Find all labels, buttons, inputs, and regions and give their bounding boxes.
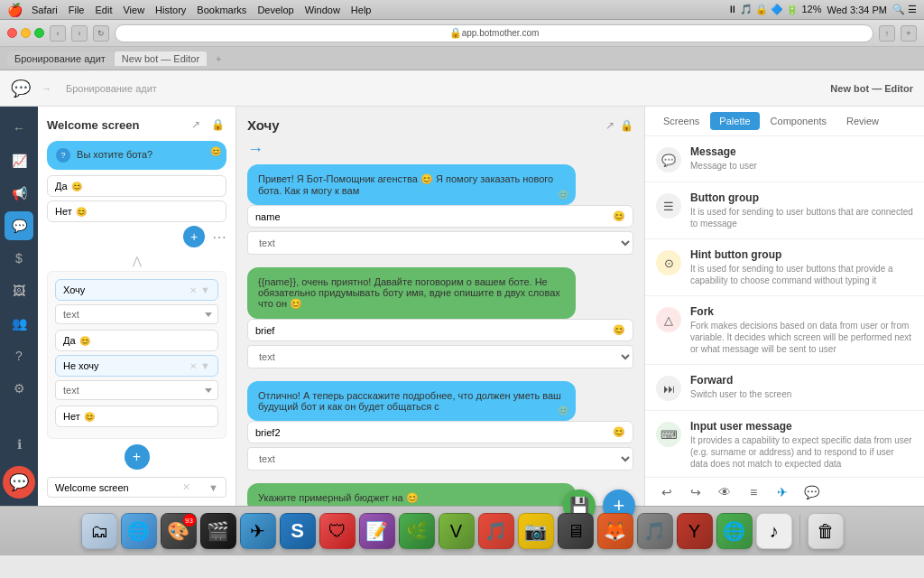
add-fork-button[interactable]: +: [125, 444, 150, 470]
brief-emoji[interactable]: 😊: [613, 324, 625, 336]
close-button[interactable]: [7, 28, 17, 38]
dock-photoshop[interactable]: 🎨 93: [161, 513, 197, 549]
net-emoji[interactable]: 😊: [84, 412, 95, 422]
window-controls[interactable]: [7, 28, 44, 38]
bubble-2-emoji[interactable]: 😊: [558, 406, 568, 415]
preview-button[interactable]: 👁: [714, 481, 735, 503]
palette-message[interactable]: 💬 Message Message to user: [645, 136, 924, 182]
dock-music-app[interactable]: 🎵: [478, 513, 514, 549]
green-bubble-1-emoji[interactable]: 😊: [290, 298, 302, 309]
ne-hochu-select[interactable]: text: [55, 380, 218, 400]
ne-hochu-remove[interactable]: ✕: [189, 361, 197, 371]
save-fab[interactable]: 💾: [563, 489, 596, 506]
file-menu[interactable]: File: [69, 5, 85, 15]
sidebar-icon-users[interactable]: 👥: [5, 309, 33, 338]
emoji-option-2[interactable]: 😊: [76, 207, 87, 217]
bookmarks-menu[interactable]: Bookmarks: [197, 5, 246, 15]
sidebar-icon-chat[interactable]: 💬: [5, 211, 33, 240]
redo-button[interactable]: ↪: [685, 481, 707, 503]
dock-finder[interactable]: 🗂: [81, 513, 117, 549]
dock-imovie[interactable]: 🖥: [558, 513, 594, 549]
sidebar-icon-broadcast[interactable]: 📢: [5, 179, 33, 208]
new-tab-button[interactable]: +: [901, 25, 917, 42]
brief2-input[interactable]: [255, 427, 613, 438]
emoji-option-1[interactable]: 😊: [71, 182, 82, 191]
dock-skype[interactable]: S: [280, 513, 316, 549]
sidebar-icon-analytics[interactable]: 📈: [5, 146, 33, 175]
add-fab[interactable]: +: [603, 489, 635, 506]
chat-support-button[interactable]: 💬: [3, 466, 35, 499]
refresh-button[interactable]: ↻: [93, 25, 109, 42]
window-menu[interactable]: Window: [305, 5, 340, 15]
apple-menu[interactable]: 🍎: [7, 3, 23, 17]
develop-menu[interactable]: Develop: [257, 5, 293, 15]
palette-hint-button[interactable]: ⊙ Hint button group It is used for sendi…: [645, 239, 924, 296]
tab-review[interactable]: Review: [837, 112, 888, 130]
bubble-1-emoji[interactable]: 😊: [558, 190, 568, 200]
dock-music[interactable]: ♪: [756, 513, 792, 549]
screen-select[interactable]: Welcome screen ✕ ▼: [47, 477, 226, 498]
add-option-button[interactable]: +: [183, 226, 205, 247]
hochu-dropdown[interactable]: ▼: [200, 284, 210, 295]
screen-select-dropdown[interactable]: ▼: [208, 482, 218, 493]
da-emoji[interactable]: 😊: [79, 336, 90, 346]
hochu-remove[interactable]: ✕: [189, 285, 197, 295]
dock-yandex[interactable]: Y: [677, 513, 713, 549]
history-menu[interactable]: History: [155, 5, 186, 15]
brief2-emoji[interactable]: 😊: [613, 426, 625, 438]
middle-lock-icon[interactable]: 🔒: [620, 119, 633, 132]
dock-chrome[interactable]: 🌐: [716, 513, 753, 549]
maximize-button[interactable]: [34, 28, 44, 38]
brief-input[interactable]: [255, 325, 613, 336]
middle-share-icon[interactable]: ↗: [605, 119, 614, 132]
add-tab[interactable]: +: [208, 51, 228, 66]
dock-safari[interactable]: 🌐: [121, 513, 157, 549]
undo-button[interactable]: ↩: [656, 481, 678, 503]
hochu-select[interactable]: text: [55, 304, 218, 324]
edit-menu[interactable]: Edit: [95, 5, 112, 15]
sidebar-icon-back[interactable]: ←: [5, 114, 33, 143]
palette-forward[interactable]: ⏭ Forward Switch user to the screen: [645, 365, 924, 411]
dock-telegram[interactable]: ✈: [240, 513, 276, 549]
address-bar[interactable]: 🔒 app.botmother.com: [115, 24, 873, 42]
name-input[interactable]: [255, 211, 613, 222]
sidebar-icon-media[interactable]: 🖼: [5, 276, 33, 305]
tab-item[interactable]: Бронирование адит: [7, 51, 113, 66]
lock-icon[interactable]: 🔒: [208, 116, 226, 134]
tab-components[interactable]: Components: [762, 112, 836, 130]
messenger-button[interactable]: 💬: [800, 481, 822, 503]
name-emoji[interactable]: 😊: [613, 210, 625, 222]
dock-mail[interactable]: V: [439, 513, 475, 549]
dock-evernote[interactable]: 🌿: [399, 513, 435, 549]
telegram-button[interactable]: ✈: [772, 481, 793, 503]
tab-palette[interactable]: Palette: [710, 112, 759, 130]
sidebar-icon-help[interactable]: ?: [5, 341, 33, 370]
sidebar-icon-info[interactable]: ℹ: [5, 430, 33, 459]
screen-select-x[interactable]: ✕: [182, 481, 190, 493]
minimize-button[interactable]: [21, 28, 31, 38]
dock-photos[interactable]: 📷: [518, 513, 554, 549]
dock-itunes[interactable]: 🎵: [637, 513, 673, 549]
view-menu[interactable]: View: [123, 5, 144, 15]
sidebar-icon-settings[interactable]: ⚙: [5, 374, 33, 403]
tab-screens[interactable]: Screens: [654, 112, 708, 130]
dock-premiere[interactable]: 🎬: [200, 513, 236, 549]
back-button[interactable]: ‹: [50, 25, 66, 42]
green-bubble-2-emoji[interactable]: 😊: [406, 492, 419, 503]
dock-task[interactable]: 🛡: [319, 513, 356, 549]
palette-fork[interactable]: △ Fork Fork makes decisions based on dat…: [645, 296, 924, 365]
new-bot-tab[interactable]: New bot — Editor: [115, 51, 207, 66]
name-type-select[interactable]: text: [247, 231, 633, 255]
list-button[interactable]: ≡: [743, 481, 764, 503]
brief-type-select[interactable]: text: [247, 345, 633, 368]
ne-hochu-dropdown[interactable]: ▼: [200, 360, 210, 371]
forward-button[interactable]: ›: [71, 25, 88, 42]
safari-menu[interactable]: Safari: [32, 5, 58, 15]
dock-firefox[interactable]: 🦊: [597, 513, 633, 549]
emoji-button-1[interactable]: 😊: [210, 146, 221, 156]
palette-input-user[interactable]: ⌨ Input user message It provides a capab…: [645, 411, 924, 480]
dock-notes[interactable]: 📝: [359, 513, 395, 549]
help-menu[interactable]: Help: [351, 5, 372, 15]
share-button[interactable]: ↑: [879, 25, 895, 42]
dock-trash[interactable]: 🗑: [808, 513, 844, 549]
